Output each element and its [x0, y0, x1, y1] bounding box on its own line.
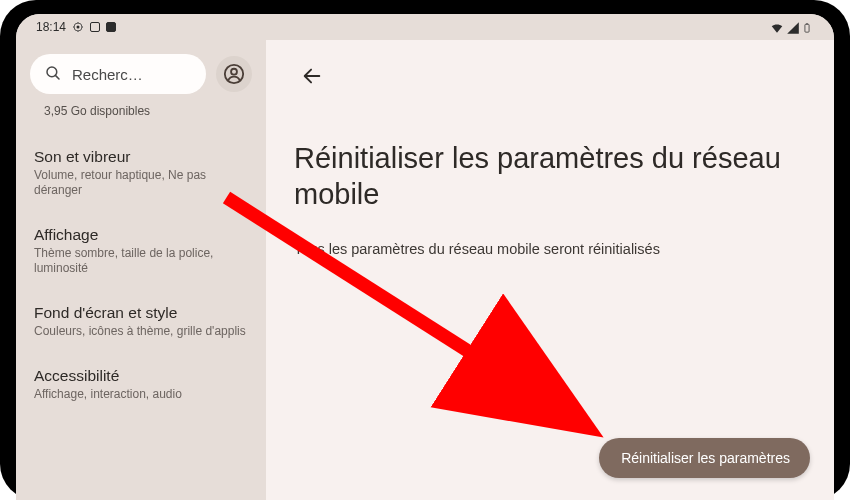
status-app-icon-2: [106, 22, 116, 32]
search-placeholder: Recherc…: [72, 66, 143, 83]
sidebar-item-subtitle: Thème sombre, taille de la police, lumin…: [34, 246, 248, 276]
sidebar-item-accessibility[interactable]: Accessibilité Affichage, interaction, au…: [30, 355, 252, 414]
svg-rect-3: [806, 23, 808, 24]
svg-point-7: [231, 69, 237, 75]
status-app-icon-1: [90, 22, 100, 32]
page-title: Réinitialiser les paramètres du réseau m…: [294, 140, 806, 213]
device-frame: 18:14: [0, 0, 850, 500]
storage-summary: 3,95 Go disponibles: [30, 104, 252, 118]
page-description: Tous les paramètres du réseau mobile ser…: [294, 239, 806, 259]
reset-settings-button[interactable]: Réinitialiser les paramètres: [599, 438, 810, 478]
search-icon: [44, 64, 62, 85]
sidebar-item-title: Fond d'écran et style: [34, 304, 248, 322]
main-panel: Réinitialiser les paramètres du réseau m…: [266, 40, 834, 500]
settings-sidebar: Recherc… 3,95 Go disponibles Son et vibr…: [16, 40, 266, 500]
svg-rect-2: [805, 24, 809, 32]
search-input[interactable]: Recherc…: [30, 54, 206, 94]
battery-icon: [802, 21, 814, 33]
sidebar-item-subtitle: Couleurs, icônes à thème, grille d'appli…: [34, 324, 248, 339]
svg-line-5: [55, 75, 59, 79]
svg-point-0: [77, 26, 80, 29]
back-button[interactable]: [294, 58, 330, 94]
sidebar-item-wallpaper[interactable]: Fond d'écran et style Couleurs, icônes à…: [30, 292, 252, 351]
sidebar-item-title: Son et vibreur: [34, 148, 248, 166]
account-avatar[interactable]: [216, 56, 252, 92]
sidebar-item-title: Affichage: [34, 226, 248, 244]
location-icon: [72, 21, 84, 33]
sidebar-item-subtitle: Affichage, interaction, audio: [34, 387, 248, 402]
status-time: 18:14: [36, 20, 66, 34]
status-bar: 18:14: [16, 14, 834, 40]
arrow-left-icon: [301, 65, 323, 87]
sidebar-item-title: Accessibilité: [34, 367, 248, 385]
screen: 18:14: [16, 14, 834, 500]
signal-icon: [786, 21, 798, 33]
sidebar-item-sound[interactable]: Son et vibreur Volume, retour haptique, …: [30, 136, 252, 210]
wifi-icon: [770, 21, 782, 33]
sidebar-item-display[interactable]: Affichage Thème sombre, taille de la pol…: [30, 214, 252, 288]
sidebar-item-subtitle: Volume, retour haptique, Ne pas déranger: [34, 168, 248, 198]
